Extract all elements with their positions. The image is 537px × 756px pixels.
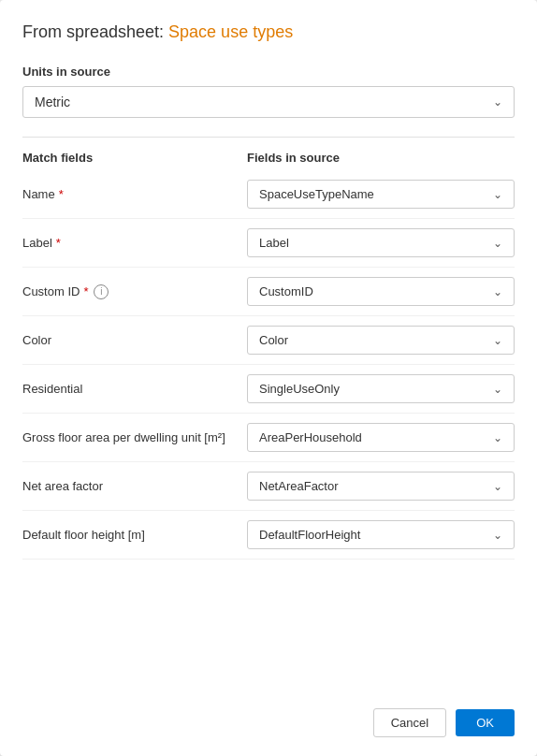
field-label-text: Residential [22, 382, 82, 396]
field-source-value: NetAreaFactor [259, 479, 339, 493]
field-source-value: CustomID [259, 284, 313, 298]
field-source-value: SpaceUseTypeName [259, 187, 374, 201]
dropdown-chevron-icon: ⌄ [493, 529, 502, 542]
field-source-dropdown[interactable]: DefaultFloorHeight⌄ [247, 520, 515, 549]
field-source-value: SingleUseOnly [259, 382, 340, 396]
required-star: * [59, 187, 64, 201]
field-label: Name* [22, 187, 247, 201]
table-row: ColorColor⌄ [22, 316, 515, 365]
field-label: Label* [22, 236, 247, 250]
field-source-value: Color [259, 333, 288, 347]
field-source-dropdown[interactable]: SingleUseOnly⌄ [247, 374, 515, 403]
dialog-footer: Cancel OK [22, 686, 515, 737]
table-row: Net area factorNetAreaFactor⌄ [22, 462, 515, 511]
field-source-value: Label [259, 236, 289, 250]
fields-header: Match fields Fields in source [22, 151, 515, 165]
field-source-dropdown[interactable]: Label⌄ [247, 228, 515, 257]
dropdown-chevron-icon: ⌄ [493, 431, 502, 444]
cancel-button[interactable]: Cancel [373, 708, 446, 737]
info-icon[interactable]: i [94, 284, 109, 299]
dropdown-chevron-icon: ⌄ [493, 480, 502, 493]
field-label-text: Net area factor [22, 479, 103, 493]
dialog-title: From spreadsheet: Space use types [22, 22, 515, 42]
dropdown-chevron-icon: ⌄ [493, 334, 502, 347]
table-row: Custom ID*iCustomID⌄ [22, 268, 515, 316]
units-section-label: Units in source [22, 65, 515, 79]
table-row: Gross floor area per dwelling unit [m²]A… [22, 414, 515, 462]
table-row: Default floor height [m]DefaultFloorHeig… [22, 511, 515, 560]
field-label: Gross floor area per dwelling unit [m²] [22, 430, 247, 444]
field-source-value: DefaultFloorHeight [259, 528, 360, 542]
dialog: From spreadsheet: Space use types Units … [0, 0, 537, 756]
field-label-text: Color [22, 333, 51, 347]
match-fields-header: Match fields [22, 151, 247, 165]
dropdown-chevron-icon: ⌄ [493, 237, 502, 250]
field-label-text: Custom ID [22, 284, 80, 298]
field-label: Residential [22, 382, 247, 396]
title-main: Space use types [168, 22, 293, 41]
field-source-dropdown[interactable]: SpaceUseTypeName⌄ [247, 180, 515, 209]
field-label-text: Gross floor area per dwelling unit [m²] [22, 430, 225, 444]
table-row: Label*Label⌄ [22, 219, 515, 268]
field-source-dropdown[interactable]: Color⌄ [247, 326, 515, 355]
field-source-dropdown[interactable]: CustomID⌄ [247, 277, 515, 306]
field-label-text: Label [22, 236, 52, 250]
title-prefix: From spreadsheet: [22, 22, 168, 41]
units-selected-value: Metric [35, 94, 70, 109]
required-star: * [83, 284, 88, 298]
required-star: * [56, 236, 61, 250]
field-label-text: Name [22, 187, 55, 201]
divider [22, 137, 515, 138]
field-label: Custom ID*i [22, 284, 247, 299]
field-source-dropdown[interactable]: AreaPerHousehold⌄ [247, 423, 515, 452]
field-rows-container: Name*SpaceUseTypeName⌄Label*Label⌄Custom… [22, 170, 515, 560]
field-source-dropdown[interactable]: NetAreaFactor⌄ [247, 472, 515, 501]
field-label: Net area factor [22, 479, 247, 493]
dropdown-chevron-icon: ⌄ [493, 188, 502, 201]
field-label: Default floor height [m] [22, 528, 247, 542]
dropdown-chevron-icon: ⌄ [493, 383, 502, 396]
table-row: ResidentialSingleUseOnly⌄ [22, 365, 515, 414]
field-label: Color [22, 333, 247, 347]
units-chevron-icon: ⌄ [493, 95, 502, 109]
fields-in-source-header: Fields in source [247, 151, 515, 165]
units-dropdown[interactable]: Metric ⌄ [22, 86, 515, 118]
dropdown-chevron-icon: ⌄ [493, 285, 502, 298]
table-row: Name*SpaceUseTypeName⌄ [22, 170, 515, 219]
ok-button[interactable]: OK [456, 709, 515, 736]
field-label-text: Default floor height [m] [22, 528, 145, 542]
field-source-value: AreaPerHousehold [259, 430, 362, 444]
